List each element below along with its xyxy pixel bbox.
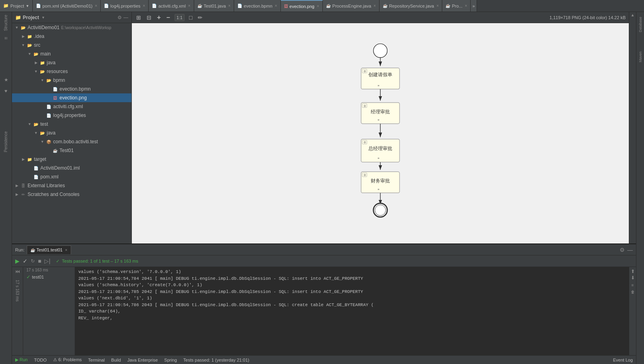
- tree-test-java[interactable]: ▼ 📂 java: [12, 129, 131, 137]
- build-btn[interactable]: Build: [111, 358, 121, 362]
- tab-evection-bpmn[interactable]: 📄 evection.bpmn ×: [234, 0, 280, 12]
- tab-repository-service[interactable]: ☕ RepositoryService.java ×: [380, 0, 442, 12]
- scroll-bottom-icon[interactable]: ⬇: [631, 275, 635, 281]
- tab-project[interactable]: 📁 Project ▼: [0, 0, 33, 12]
- tab-bar: 📁 Project ▼ 📄 pom.xml (ActivitiDemo01) ×…: [0, 0, 644, 12]
- settings-run-icon[interactable]: ⚙: [620, 247, 625, 253]
- tree-test01-class[interactable]: ▶ ☕ Test01: [12, 146, 131, 155]
- tree-idea[interactable]: ▶ 📁 .idea: [12, 32, 131, 41]
- close-process-engine-icon[interactable]: ×: [374, 4, 376, 8]
- run-left-icon-2[interactable]: 17 s 163 ms: [15, 280, 20, 301]
- tree-pom-xml[interactable]: ▶ 📄 pom.xml: [12, 172, 131, 181]
- minimize-sidebar-icon[interactable]: —: [123, 15, 128, 20]
- tab-evection-png[interactable]: 🖼 evection.png ×: [281, 0, 323, 12]
- tree-main[interactable]: ▼ 📂 main: [12, 49, 131, 58]
- tab-log4j[interactable]: 📄 log4j.properties ×: [101, 0, 149, 12]
- scroll-clear-icon[interactable]: 🗑: [631, 290, 635, 294]
- structure-icon[interactable]: Structure: [2, 14, 9, 32]
- close-test01-java-icon[interactable]: ×: [228, 4, 231, 8]
- tree-scratches[interactable]: ▶ ✏ Scratches and Consoles: [12, 190, 131, 199]
- java-enterprise-btn[interactable]: Java Enterprise: [127, 358, 158, 362]
- close-run-tab-icon[interactable]: ×: [65, 248, 68, 252]
- manager-approve-text: 经理审批: [371, 109, 390, 114]
- actual-size-icon[interactable]: □: [188, 14, 193, 21]
- bpmn-folder-icon: 📂: [46, 78, 52, 83]
- scroll-up-icon[interactable]: ▲: [631, 13, 635, 17]
- diagram-area: 创建请假单 ≡ ⚙ 经理审批 ⚙: [132, 23, 629, 243]
- console-line-1: values ('schema.version', '7.0.0.0', 1): [78, 269, 626, 275]
- run-status-btn[interactable]: ▶ Run: [15, 357, 28, 362]
- close-activiti-cfg-icon[interactable]: ×: [188, 4, 191, 8]
- tree-src[interactable]: ▼ 📂 src: [12, 41, 131, 49]
- tab-process-engine[interactable]: ☕ ProcessEngine.java ×: [323, 0, 380, 12]
- close-evection-bpmn-icon[interactable]: ×: [275, 4, 277, 8]
- idea-folder-icon: 📁: [26, 34, 33, 39]
- tree-package[interactable]: ▼ 📦 com.bobo.activiti.test: [12, 137, 131, 146]
- gear-icon[interactable]: ⚙: [117, 15, 122, 20]
- database-icon[interactable]: Database: [638, 17, 642, 32]
- tree-main-java[interactable]: ▶ 📁 java: [12, 58, 131, 67]
- problems-btn[interactable]: ⚠ 6: Problems: [53, 357, 82, 362]
- zoom-out-icon[interactable]: −: [165, 14, 171, 22]
- tree-root[interactable]: ▼ 📂 ActivitiDemo01 E:\workspace\Activiti…: [12, 23, 131, 32]
- run-left-icon-1[interactable]: ⏮: [15, 269, 20, 274]
- test-item-test01[interactable]: ✓ test01: [23, 273, 75, 281]
- tree-resources[interactable]: ▼ 📂 resources: [12, 67, 131, 76]
- scroll-top-icon[interactable]: ⬆: [631, 269, 635, 274]
- run-tab-test01[interactable]: ☕ Test01.test01 ×: [27, 245, 71, 254]
- evection-bpmn-icon: 📄: [237, 4, 242, 8]
- close-log4j-icon[interactable]: ×: [143, 4, 145, 8]
- run-reload-icon[interactable]: ↻: [30, 257, 36, 265]
- console-output[interactable]: values ('schema.version', '7.0.0.0', 1) …: [75, 267, 629, 355]
- close-pom-xml-icon[interactable]: ×: [95, 4, 97, 8]
- chevron-down-icon: ▼: [26, 4, 29, 8]
- image-info: 1,119×718 PNG (24-bit color) 14.22 kB: [550, 15, 626, 20]
- tab-overflow[interactable]: »: [471, 0, 477, 12]
- tab-pom-xml[interactable]: 📄 pom.xml (ActivitiDemo01) ×: [33, 0, 101, 12]
- bookmark-icon[interactable]: ★: [2, 76, 10, 84]
- run-stop-icon[interactable]: ■: [37, 257, 42, 265]
- run-next-icon[interactable]: ▷|: [44, 257, 51, 265]
- todo-btn[interactable]: TODO: [34, 358, 47, 362]
- tree-bpmn[interactable]: ▼ 📂 bpmn: [12, 76, 131, 85]
- tree-target[interactable]: ▶ 📁 target: [12, 155, 131, 164]
- hierarchy-icon[interactable]: ≡: [2, 36, 10, 41]
- tree-log4j[interactable]: ▶ 📄 log4j.properties: [12, 111, 131, 120]
- run-header: Run: ☕ Test01.test01 × ⚙ —: [12, 244, 636, 255]
- console-line-7: ID_ varchar(64),: [78, 308, 626, 315]
- terminal-btn[interactable]: Terminal: [88, 358, 105, 362]
- minimize-run-icon[interactable]: —: [627, 247, 633, 253]
- tab-test01-java[interactable]: ☕ Test01.java ×: [194, 0, 235, 12]
- grid-icon[interactable]: ⊟: [145, 14, 153, 21]
- tab-pom-xml-label: pom.xml (ActivitiDemo01): [42, 4, 92, 8]
- test01-class-label: Test01: [60, 148, 74, 153]
- manager-task-icon: ⚙: [364, 105, 366, 107]
- tree-external-libs[interactable]: ▶ 🗄 External Libraries: [12, 181, 131, 190]
- event-log-btn[interactable]: Event Log: [613, 358, 633, 362]
- spring-btn[interactable]: Spring: [164, 358, 177, 362]
- tab-activiti-cfg[interactable]: 📄 activiti.cfg.xml ×: [149, 0, 194, 12]
- close-repository-service-icon[interactable]: ×: [436, 4, 439, 8]
- persistence-icon[interactable]: Persistence: [2, 130, 9, 153]
- iml-file-icon: 📄: [33, 166, 39, 170]
- tab-pro-more[interactable]: ☕ Pro... ×: [442, 0, 471, 12]
- project-folder-icon: 📁: [15, 15, 21, 20]
- fit-window-icon[interactable]: ⊞: [135, 14, 142, 21]
- run-content-wrapper: ⏮ 17 s 163 ms 17 s 163 ms ✓ test01: [12, 267, 636, 355]
- scroll-align-icon[interactable]: ≡: [632, 283, 634, 287]
- close-pro-more-icon[interactable]: ×: [465, 4, 467, 8]
- test-list-panel: 17 s 163 ms ✓ test01: [23, 267, 75, 355]
- edit-icon[interactable]: ✏: [197, 14, 204, 21]
- favorites-icon[interactable]: ♥: [2, 87, 10, 95]
- close-evection-png-icon[interactable]: ×: [317, 4, 319, 8]
- run-play-icon[interactable]: ▶: [14, 257, 20, 265]
- maven-icon[interactable]: Maven: [638, 51, 642, 62]
- tree-iml[interactable]: ▶ 📄 ActivitiDemo01.iml: [12, 164, 131, 172]
- main-content-area: ⊞ ⊟ + − 1:1 □ ✏ 1,119×718 PNG (24-bit co…: [132, 12, 629, 243]
- tree-test[interactable]: ▼ 📂 test: [12, 120, 131, 129]
- tree-evection-bpmn[interactable]: ▶ 📄 evection.bpmn: [12, 85, 131, 93]
- run-check-icon[interactable]: ✓: [22, 257, 28, 265]
- tree-activiti-cfg[interactable]: ▶ 📄 activiti.cfg.xml: [12, 102, 131, 111]
- zoom-in-icon[interactable]: +: [156, 14, 162, 22]
- tree-evection-png[interactable]: ▶ 🖼 evection.png: [12, 93, 131, 102]
